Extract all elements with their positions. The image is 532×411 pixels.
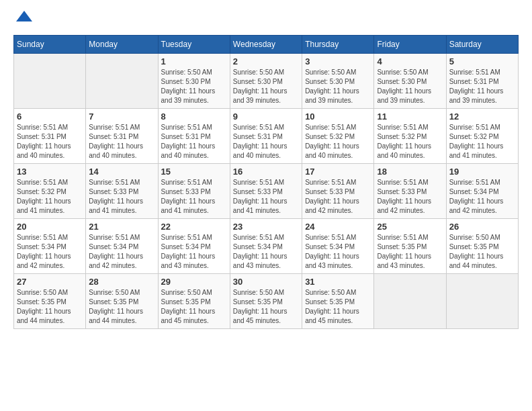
day-cell: 2 Sunrise: 5:50 AM Sunset: 5:30 PM Dayli… (230, 54, 302, 109)
day-cell: 5 Sunrise: 5:51 AM Sunset: 5:31 PM Dayli… (446, 54, 518, 109)
day-info: Sunrise: 5:51 AM Sunset: 5:32 PM Dayligh… (305, 123, 371, 161)
day-number: 14 (89, 167, 154, 177)
day-cell: 7 Sunrise: 5:51 AM Sunset: 5:31 PM Dayli… (86, 109, 158, 164)
day-info: Sunrise: 5:51 AM Sunset: 5:34 PM Dayligh… (449, 178, 515, 216)
day-info: Sunrise: 5:50 AM Sunset: 5:30 PM Dayligh… (161, 68, 227, 105)
week-row-4: 20 Sunrise: 5:51 AM Sunset: 5:34 PM Dayl… (14, 219, 519, 274)
header-row: SundayMondayTuesdayWednesdayThursdayFrid… (14, 36, 519, 54)
page-header (13, 13, 519, 24)
day-cell: 25 Sunrise: 5:51 AM Sunset: 5:35 PM Dayl… (374, 219, 446, 274)
day-cell: 30 Sunrise: 5:50 AM Sunset: 5:35 PM Dayl… (230, 274, 302, 329)
week-row-3: 13 Sunrise: 5:51 AM Sunset: 5:32 PM Dayl… (14, 164, 519, 219)
day-number: 8 (161, 111, 227, 122)
day-info: Sunrise: 5:50 AM Sunset: 5:35 PM Dayligh… (305, 288, 371, 326)
day-info: Sunrise: 5:51 AM Sunset: 5:35 PM Dayligh… (377, 233, 443, 271)
day-number: 4 (377, 56, 443, 66)
day-number: 28 (89, 277, 154, 287)
week-row-1: 1 Sunrise: 5:50 AM Sunset: 5:30 PM Dayli… (14, 54, 519, 109)
day-info: Sunrise: 5:51 AM Sunset: 5:34 PM Dayligh… (161, 233, 227, 271)
day-number: 19 (449, 167, 515, 177)
day-number: 25 (377, 222, 443, 232)
day-cell: 14 Sunrise: 5:51 AM Sunset: 5:33 PM Dayl… (86, 164, 158, 219)
week-row-5: 27 Sunrise: 5:50 AM Sunset: 5:35 PM Dayl… (14, 274, 519, 329)
day-info: Sunrise: 5:51 AM Sunset: 5:33 PM Dayligh… (89, 178, 154, 216)
day-info: Sunrise: 5:51 AM Sunset: 5:32 PM Dayligh… (377, 123, 443, 161)
day-cell (14, 54, 86, 109)
day-number: 27 (17, 277, 83, 287)
day-number: 22 (161, 222, 227, 232)
day-number: 16 (233, 167, 299, 177)
svg-marker-0 (16, 11, 32, 21)
column-header-monday: Monday (86, 36, 158, 54)
day-info: Sunrise: 5:51 AM Sunset: 5:31 PM Dayligh… (161, 123, 227, 161)
day-info: Sunrise: 5:51 AM Sunset: 5:33 PM Dayligh… (305, 178, 371, 216)
day-number: 29 (161, 277, 227, 287)
day-cell: 8 Sunrise: 5:51 AM Sunset: 5:31 PM Dayli… (158, 109, 230, 164)
day-cell (446, 274, 518, 329)
day-cell: 19 Sunrise: 5:51 AM Sunset: 5:34 PM Dayl… (446, 164, 518, 219)
day-number: 2 (233, 56, 299, 66)
day-cell: 10 Sunrise: 5:51 AM Sunset: 5:32 PM Dayl… (302, 109, 374, 164)
day-info: Sunrise: 5:51 AM Sunset: 5:34 PM Dayligh… (233, 233, 299, 271)
column-header-wednesday: Wednesday (230, 36, 302, 54)
day-number: 23 (233, 222, 299, 232)
column-header-sunday: Sunday (14, 36, 86, 54)
day-cell: 23 Sunrise: 5:51 AM Sunset: 5:34 PM Dayl… (230, 219, 302, 274)
day-number: 9 (233, 111, 299, 122)
day-number: 6 (17, 111, 83, 122)
day-cell: 27 Sunrise: 5:50 AM Sunset: 5:35 PM Dayl… (14, 274, 86, 329)
day-info: Sunrise: 5:51 AM Sunset: 5:33 PM Dayligh… (233, 178, 299, 216)
day-cell: 22 Sunrise: 5:51 AM Sunset: 5:34 PM Dayl… (158, 219, 230, 274)
day-info: Sunrise: 5:51 AM Sunset: 5:31 PM Dayligh… (449, 68, 515, 105)
day-number: 3 (305, 56, 371, 66)
day-info: Sunrise: 5:51 AM Sunset: 5:32 PM Dayligh… (17, 178, 83, 216)
day-info: Sunrise: 5:50 AM Sunset: 5:35 PM Dayligh… (17, 288, 83, 326)
day-number: 13 (17, 167, 83, 177)
day-info: Sunrise: 5:50 AM Sunset: 5:30 PM Dayligh… (377, 68, 443, 105)
day-number: 20 (17, 222, 83, 232)
day-cell: 31 Sunrise: 5:50 AM Sunset: 5:35 PM Dayl… (302, 274, 374, 329)
column-header-thursday: Thursday (302, 36, 374, 54)
day-info: Sunrise: 5:51 AM Sunset: 5:34 PM Dayligh… (305, 233, 371, 271)
column-header-saturday: Saturday (446, 36, 518, 54)
day-info: Sunrise: 5:51 AM Sunset: 5:32 PM Dayligh… (449, 123, 515, 161)
day-number: 31 (305, 277, 371, 287)
day-info: Sunrise: 5:51 AM Sunset: 5:34 PM Dayligh… (17, 233, 83, 271)
day-number: 24 (305, 222, 371, 232)
day-cell: 13 Sunrise: 5:51 AM Sunset: 5:32 PM Dayl… (14, 164, 86, 219)
day-info: Sunrise: 5:51 AM Sunset: 5:31 PM Dayligh… (17, 123, 83, 161)
day-cell: 20 Sunrise: 5:51 AM Sunset: 5:34 PM Dayl… (14, 219, 86, 274)
day-info: Sunrise: 5:50 AM Sunset: 5:30 PM Dayligh… (305, 68, 371, 105)
column-header-friday: Friday (374, 36, 446, 54)
day-number: 10 (305, 111, 371, 122)
day-cell: 6 Sunrise: 5:51 AM Sunset: 5:31 PM Dayli… (14, 109, 86, 164)
calendar-table: SundayMondayTuesdayWednesdayThursdayFrid… (13, 35, 519, 329)
day-cell: 1 Sunrise: 5:50 AM Sunset: 5:30 PM Dayli… (158, 54, 230, 109)
calendar-header: SundayMondayTuesdayWednesdayThursdayFrid… (14, 36, 519, 54)
day-info: Sunrise: 5:51 AM Sunset: 5:33 PM Dayligh… (377, 178, 443, 216)
day-cell: 9 Sunrise: 5:51 AM Sunset: 5:31 PM Dayli… (230, 109, 302, 164)
day-cell: 26 Sunrise: 5:50 AM Sunset: 5:35 PM Dayl… (446, 219, 518, 274)
day-cell: 29 Sunrise: 5:50 AM Sunset: 5:35 PM Dayl… (158, 274, 230, 329)
day-info: Sunrise: 5:50 AM Sunset: 5:30 PM Dayligh… (233, 68, 299, 105)
day-info: Sunrise: 5:50 AM Sunset: 5:35 PM Dayligh… (161, 288, 227, 326)
day-cell (374, 274, 446, 329)
day-number: 11 (377, 111, 443, 122)
day-info: Sunrise: 5:51 AM Sunset: 5:33 PM Dayligh… (161, 178, 227, 216)
day-number: 18 (377, 167, 443, 177)
day-number: 1 (161, 56, 227, 66)
day-cell: 17 Sunrise: 5:51 AM Sunset: 5:33 PM Dayl… (302, 164, 374, 219)
day-cell: 12 Sunrise: 5:51 AM Sunset: 5:32 PM Dayl… (446, 109, 518, 164)
day-info: Sunrise: 5:50 AM Sunset: 5:35 PM Dayligh… (449, 233, 515, 271)
day-info: Sunrise: 5:50 AM Sunset: 5:35 PM Dayligh… (233, 288, 299, 326)
day-number: 15 (161, 167, 227, 177)
day-number: 17 (305, 167, 371, 177)
day-cell: 15 Sunrise: 5:51 AM Sunset: 5:33 PM Dayl… (158, 164, 230, 219)
day-number: 12 (449, 111, 515, 122)
day-number: 30 (233, 277, 299, 287)
day-info: Sunrise: 5:51 AM Sunset: 5:34 PM Dayligh… (89, 233, 154, 271)
day-cell: 28 Sunrise: 5:50 AM Sunset: 5:35 PM Dayl… (86, 274, 158, 329)
day-cell: 16 Sunrise: 5:51 AM Sunset: 5:33 PM Dayl… (230, 164, 302, 219)
week-row-2: 6 Sunrise: 5:51 AM Sunset: 5:31 PM Dayli… (14, 109, 519, 164)
logo (13, 13, 32, 24)
